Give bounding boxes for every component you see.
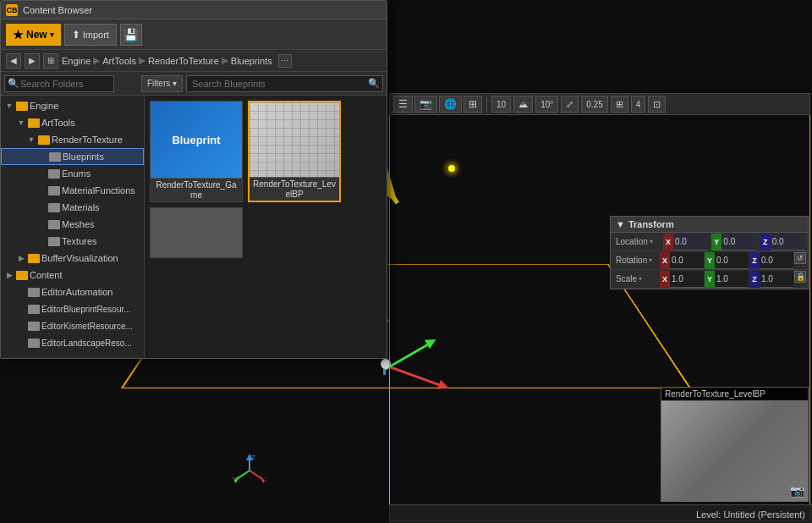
z-label: Z [760,234,771,250]
folder-rendertotexture[interactable]: ▼ RenderToTexture [1,131,144,148]
cb-title: Content Browser [23,5,92,15]
breadcrumb-menu-btn[interactable]: ⊞ [43,53,58,69]
blueprint-preview: Blueprint [151,102,242,178]
level-label: Level: Untitled (Persistent) [389,504,812,523]
preview-camera-icon: 📷 [790,484,804,498]
asset-tile-rendertotexture-levelbp[interactable]: RenderToTexture_LevelBP [248,101,341,202]
folder-buffervis[interactable]: ▶ BufferVisualization [1,250,144,267]
scale-y-input[interactable] [715,271,749,288]
asset-grid: Blueprint RenderToTexture_Game RenderToT… [145,96,387,358]
asset-tile-partial[interactable] [150,207,243,258]
scale-dropdown-arrow[interactable]: ▾ [639,275,642,283]
location-x-field: X [663,234,710,250]
transform-scale-row: Scale ▾ X Y Z 🔒 [611,270,808,289]
engine-folder-icon [16,102,28,111]
vp-globe-btn[interactable]: 🌐 [439,96,462,113]
levelblueprint-icon [250,102,339,177]
folder-editorbp[interactable]: EditorBlueprintResour... [1,300,144,317]
rotation-reset-btn[interactable]: ↺ [794,252,806,264]
folder-materials[interactable]: Materials [1,199,144,216]
forward-button[interactable]: ▶ [25,53,40,69]
transform-collapse-icon[interactable]: ▼ [616,219,625,229]
scale-z-input[interactable] [760,271,793,288]
folder-textures[interactable]: Textures [1,233,144,250]
levelblueprint-preview [250,102,339,177]
scale-x-input[interactable] [670,271,704,288]
asset-label-rendertotexture-levelbp: RenderToTexture_LevelBP [250,177,339,201]
save-button[interactable]: 💾 [120,24,142,46]
cb-app-icon: CB [6,4,18,16]
axis-center [381,359,391,369]
content-browser: CB Content Browser ★ New ▾ ⬆ Import 💾 ◀ … [0,0,387,359]
vp-maximize-btn[interactable]: ⊡ [648,96,666,113]
folder-content[interactable]: ▶ Content [1,267,144,284]
transform-header: ▼ Transform [611,217,808,233]
location-fields: X Y Z [663,234,808,250]
location-x-input[interactable] [673,234,707,250]
svg-text:X: X [265,476,266,483]
blueprints-search-input[interactable] [186,75,383,92]
location-dropdown-arrow[interactable]: ▾ [650,238,653,245]
transform-rotation-row: Rotation ▾ X Y Z ↺ [611,251,808,270]
vp-angle-btn[interactable]: 10° [535,96,558,113]
scale-reset-btn[interactable]: 🔒 [794,271,806,283]
rotation-dropdown-arrow[interactable]: ▾ [649,256,652,264]
cb-search-row: 🔍 Filters ▾ 🔍 [1,72,387,96]
buffervis-folder-icon [28,254,40,263]
asset-tile-rendertotexture-game[interactable]: Blueprint RenderToTexture_Game [150,101,243,202]
vp-expand-btn[interactable]: ⤢ [561,96,579,113]
folder-editorkismet[interactable]: EditorKismetResource... [1,317,144,334]
folder-search-input[interactable] [4,75,114,92]
rotation-label[interactable]: Rotation ▾ [611,256,660,265]
breadcrumb-rendertotexture[interactable]: RenderToTexture [148,56,219,66]
breadcrumb-options-btn[interactable]: ⋯ [278,54,292,68]
rotation-x-field: X [660,252,704,269]
folder-meshes[interactable]: Meshes [1,216,144,233]
folder-blueprints[interactable]: Blueprints [1,148,144,165]
scale-label[interactable]: Scale ▾ [611,274,660,284]
location-y-input[interactable] [721,234,755,250]
breadcrumb-blueprints[interactable]: Blueprints [231,56,272,66]
transform-panel: ▼ Transform Location ▾ X Y Z Rotation [610,216,809,289]
rotation-z-input[interactable] [760,252,793,269]
rx-label: X [660,252,670,269]
meshes-folder-icon [48,220,60,229]
folder-editorautomation[interactable]: EditorAutomation [1,284,144,300]
folder-arttools[interactable]: ▼ ArtTools [1,114,144,131]
new-button[interactable]: ★ New ▾ [6,24,61,46]
vp-camera-btn[interactable]: 📷 [414,96,437,113]
editorbp-folder-icon [28,305,40,314]
breadcrumb-arttools[interactable]: ArtTools [102,56,136,66]
rotation-y-input[interactable] [715,252,749,269]
location-label[interactable]: Location ▾ [611,237,663,246]
viewport-toolbar: ☰ 📷 🌐 ⊞ 10 ⛰ 10° [389,93,810,115]
import-button[interactable]: ⬆ Import [64,24,117,46]
cb-toolbar: ★ New ▾ ⬆ Import 💾 [1,19,387,50]
preview-thumb-inner: 📷 [661,401,808,501]
back-button[interactable]: ◀ [6,53,21,69]
blueprint-icon: Blueprint [151,102,242,178]
vp-layers-icon[interactable]: ⊞ [611,96,628,113]
enums-folder-icon [48,169,60,179]
vp-grid-btn[interactable]: ⊞ [464,96,482,113]
preview-thumbnail: 📷 [661,400,809,502]
arttools-folder-icon [28,118,40,128]
vp-layers-btn[interactable]: 4 [631,96,646,113]
small-axis-indicator: X Y Z [233,454,266,489]
folder-editorlandscape[interactable]: EditorLandscapeReso... [1,334,144,351]
breadcrumb-engine[interactable]: Engine [62,56,91,66]
editorlandscape-folder-icon [28,339,40,348]
blueprints-folder-icon [49,152,61,162]
vp-landscape-btn[interactable]: ⛰ [513,96,533,113]
vp-perspective-btn[interactable]: ☰ [393,96,413,113]
folder-materialfunctions[interactable]: MaterialFunctions [1,182,144,199]
rotation-x-input[interactable] [670,252,704,269]
location-z-input[interactable] [771,234,804,250]
textures-folder-icon [48,237,60,246]
folder-engine[interactable]: ▼ Engine [1,97,144,114]
vp-grid-size-btn[interactable]: 10 [491,96,511,113]
folder-enums[interactable]: Enums [1,165,144,182]
vp-scale-btn[interactable]: 0.25 [581,96,607,113]
filters-button[interactable]: Filters ▾ [141,75,183,92]
editorkismet-folder-icon [28,322,40,331]
